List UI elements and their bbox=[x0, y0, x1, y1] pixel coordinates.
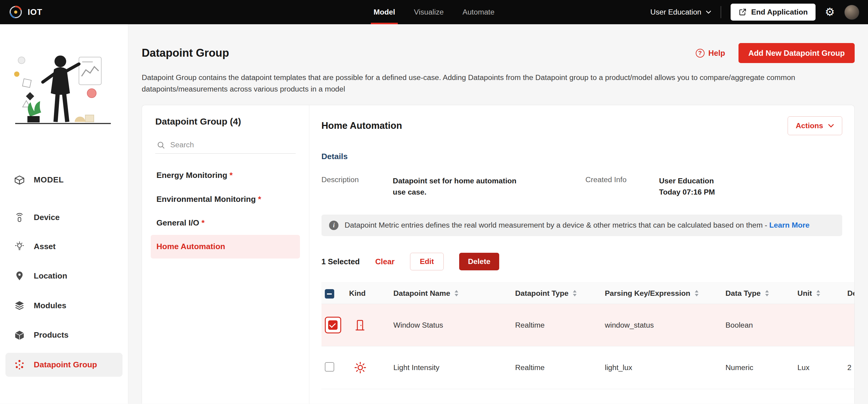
iot-logo-icon bbox=[9, 5, 23, 19]
sidebar-illustration bbox=[11, 46, 117, 134]
cell-datapoint-name: Window Status bbox=[391, 304, 513, 346]
datapoint-group-icon bbox=[13, 359, 26, 370]
group-item-home-automation[interactable]: Home Automation bbox=[151, 235, 300, 259]
description-value: Datapoint set for home automation use ca… bbox=[393, 175, 531, 198]
door-icon bbox=[349, 319, 389, 332]
nav-automate[interactable]: Automate bbox=[463, 0, 494, 24]
sort-icon[interactable] bbox=[695, 290, 699, 296]
select-all-checkbox[interactable] bbox=[325, 289, 334, 299]
topbar: IOT Model Visualize Automate User Educat… bbox=[0, 0, 868, 24]
cell-data-type: Boolean bbox=[723, 304, 795, 346]
sort-icon[interactable] bbox=[573, 290, 577, 296]
group-item-general-io[interactable]: General I/O* bbox=[151, 211, 300, 235]
table-row[interactable]: Window Status Realtime window_status Boo… bbox=[321, 304, 855, 346]
app-root: IOT Model Visualize Automate User Educat… bbox=[0, 0, 868, 404]
created-info-label: Created Info bbox=[585, 175, 659, 184]
device-icon bbox=[13, 212, 26, 223]
page-description: Datapoint Group contains the datapoint t… bbox=[142, 72, 843, 95]
sidebar-item-products[interactable]: Products bbox=[5, 324, 123, 347]
sidebar-item-modules[interactable]: Modules bbox=[5, 294, 123, 317]
main-content: Datapoint Group Help Add New Datapoint G… bbox=[128, 24, 868, 404]
cell-decimal bbox=[845, 304, 854, 346]
products-icon bbox=[13, 330, 26, 341]
sidebar-item-location[interactable]: Location bbox=[5, 264, 123, 288]
group-item-label: Environmental Monitoring bbox=[156, 195, 256, 204]
brand-name: IOT bbox=[28, 7, 42, 17]
required-star: * bbox=[258, 195, 261, 204]
asset-icon bbox=[13, 241, 26, 252]
clear-selection-link[interactable]: Clear bbox=[375, 257, 395, 266]
cell-parsing-key: window_status bbox=[602, 304, 723, 346]
details-section-title: Details bbox=[321, 152, 842, 161]
column-data-type[interactable]: Data Type bbox=[723, 283, 795, 304]
topbar-right: User Education End Application bbox=[650, 4, 859, 21]
row-checkbox[interactable] bbox=[325, 362, 334, 372]
help-link[interactable]: Help bbox=[696, 49, 725, 58]
column-kind[interactable]: Kind bbox=[347, 283, 391, 304]
group-list-title: Datapoint Group (4) bbox=[151, 116, 300, 127]
sidebar-item-label: Modules bbox=[34, 301, 66, 310]
sort-icon[interactable] bbox=[765, 290, 769, 296]
sidebar-item-model[interactable]: MODEL bbox=[5, 168, 123, 192]
group-item-label: General I/O bbox=[156, 218, 199, 227]
sidebar-item-datapoint-group[interactable]: Datapoint Group bbox=[5, 353, 123, 376]
datapoint-group-card: Datapoint Group (4) Energy Monitoring* bbox=[142, 105, 855, 404]
column-datapoint-type[interactable]: Datapoint Type bbox=[513, 283, 602, 304]
group-item-environmental-monitoring[interactable]: Environmental Monitoring* bbox=[151, 187, 300, 211]
info-icon bbox=[329, 221, 338, 230]
group-detail-panel: Home Automation Actions Details Descript… bbox=[309, 105, 855, 404]
row-checkbox[interactable] bbox=[328, 321, 338, 330]
user-menu[interactable]: User Education bbox=[650, 8, 711, 16]
required-star: * bbox=[229, 171, 232, 180]
location-icon bbox=[13, 270, 26, 281]
end-application-label: End Application bbox=[751, 8, 808, 16]
table-row[interactable]: Light Intensity Realtime light_lux Numer… bbox=[321, 346, 855, 389]
created-time: Today 07:16 PM bbox=[659, 187, 797, 198]
page-header-actions: Help Add New Datapoint Group bbox=[696, 43, 855, 63]
cell-datapoint-type: Realtime bbox=[513, 346, 602, 389]
sidebar: MODEL Device bbox=[0, 24, 128, 404]
column-datapoint-name[interactable]: Datapoint Name bbox=[391, 283, 513, 304]
topbar-divider bbox=[721, 6, 721, 18]
add-new-datapoint-group-button[interactable]: Add New Datapoint Group bbox=[739, 43, 855, 63]
datapoints-table-wrap: Kind Datapoint Name Datapoint Type Parsi… bbox=[321, 282, 842, 389]
table-header-row: Kind Datapoint Name Datapoint Type Parsi… bbox=[321, 283, 855, 304]
actions-button[interactable]: Actions bbox=[787, 116, 842, 135]
sidebar-item-device[interactable]: Device bbox=[5, 206, 123, 229]
chevron-down-icon bbox=[706, 10, 711, 14]
group-item-energy-monitoring[interactable]: Energy Monitoring* bbox=[151, 163, 300, 187]
avatar[interactable] bbox=[844, 5, 859, 20]
cell-unit: Lux bbox=[795, 346, 845, 389]
cell-decimal: 2 bbox=[845, 346, 854, 389]
nav-visualize[interactable]: Visualize bbox=[414, 0, 444, 24]
search-box bbox=[155, 137, 296, 154]
cell-datapoint-name: Light Intensity bbox=[391, 346, 513, 389]
sort-icon[interactable] bbox=[816, 290, 820, 296]
end-application-button[interactable]: End Application bbox=[731, 4, 815, 21]
selected-count: 1 Selected bbox=[321, 257, 360, 266]
group-list: Energy Monitoring* Environmental Monitor… bbox=[151, 163, 300, 259]
cell-parsing-key: light_lux bbox=[602, 346, 723, 389]
edit-button[interactable]: Edit bbox=[410, 253, 444, 270]
chevron-down-icon bbox=[828, 124, 834, 128]
cell-datapoint-type: Realtime bbox=[513, 304, 602, 346]
sidebar-item-asset[interactable]: Asset bbox=[5, 235, 123, 258]
cell-data-type: Numeric bbox=[723, 346, 795, 389]
brand[interactable]: IOT bbox=[9, 5, 42, 19]
required-star: * bbox=[202, 218, 205, 227]
column-parsing-key[interactable]: Parsing Key/Expression bbox=[602, 283, 723, 304]
top-nav: Model Visualize Automate bbox=[374, 0, 495, 24]
nav-model[interactable]: Model bbox=[374, 0, 395, 24]
search-input[interactable] bbox=[170, 141, 294, 149]
help-label: Help bbox=[709, 49, 725, 58]
sort-icon[interactable] bbox=[455, 290, 458, 296]
column-unit[interactable]: Unit bbox=[795, 283, 845, 304]
learn-more-link[interactable]: Learn More bbox=[769, 221, 810, 229]
column-decimal[interactable]: Dec bbox=[845, 283, 854, 304]
help-question-icon bbox=[696, 49, 705, 58]
user-menu-label: User Education bbox=[650, 8, 701, 16]
settings-gear-icon[interactable] bbox=[825, 7, 835, 18]
delete-button[interactable]: Delete bbox=[459, 253, 499, 270]
sun-icon bbox=[349, 361, 389, 374]
description-label: Description bbox=[321, 175, 393, 184]
